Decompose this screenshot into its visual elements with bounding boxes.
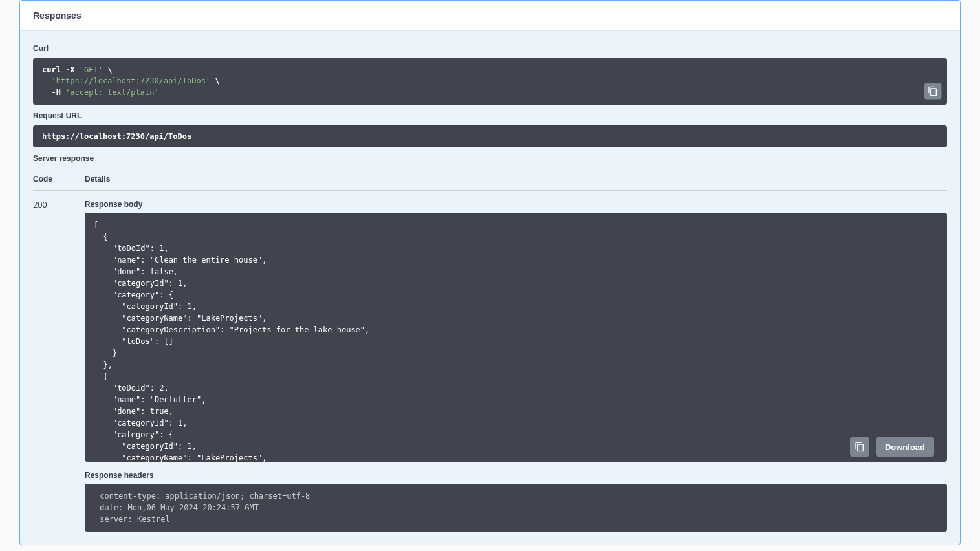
response-headers-label: Response headers [85,471,947,480]
copy-body-button[interactable] [850,437,869,457]
download-button[interactable]: Download [876,437,934,457]
code-column-header: Code [33,175,85,184]
responses-title: Responses [33,10,947,21]
curl-block: curl -X 'GET' \ 'https://localhost:7230/… [33,58,947,105]
clipboard-icon [928,86,938,96]
copy-curl-button[interactable] [924,83,942,100]
server-response-label: Server response [33,154,947,163]
response-body-label: Response body [85,200,947,209]
responses-panel: Responses Curl curl -X 'GET' \ 'https://… [19,0,961,545]
response-row: 200 Response body [ { "toDoId": 1, "name… [33,191,947,532]
response-table-header: Code Details [33,168,947,191]
request-url-value: https://localhost:7230/api/ToDos [33,125,947,147]
responses-header: Responses [20,1,960,31]
response-headers-block: content-type: application/json; charset=… [85,484,947,532]
curl-label: Curl [33,44,947,53]
clipboard-icon [855,442,865,452]
request-url-label: Request URL [33,111,947,120]
response-body-block[interactable]: [ { "toDoId": 1, "name": "Clean the enti… [85,213,947,462]
status-code: 200 [33,200,85,532]
details-column-header: Details [85,175,947,184]
